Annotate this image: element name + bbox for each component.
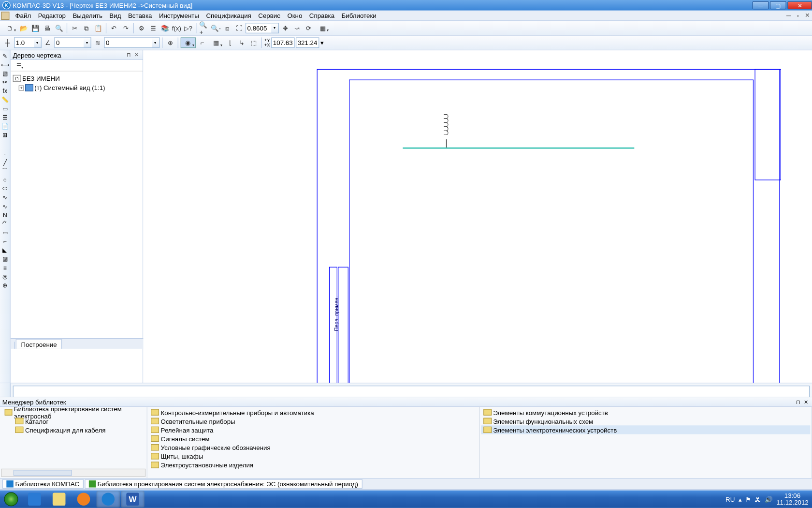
vars-button[interactable]: f(x) xyxy=(171,23,182,33)
menu-insert[interactable]: Вставка xyxy=(125,12,156,19)
polyline-icon[interactable]: ⺈ xyxy=(1,220,9,228)
menu-help[interactable]: Справка xyxy=(306,12,338,19)
style-input[interactable] xyxy=(104,37,152,48)
lib-item[interactable]: Условные графические обозначения xyxy=(148,443,478,452)
tree-button[interactable]: ☰ xyxy=(148,23,159,33)
task-word[interactable]: W xyxy=(121,491,144,508)
lib-item[interactable]: Сигналы систем xyxy=(148,434,478,443)
localcs-button[interactable]: ⊕ xyxy=(165,37,175,48)
fillet-icon[interactable]: ⌐ xyxy=(1,237,9,245)
collect-icon[interactable]: ◎ xyxy=(1,272,9,280)
hatch-icon[interactable]: ▨ xyxy=(1,254,9,263)
zoom-input[interactable] xyxy=(246,23,271,33)
tray-up-icon[interactable]: ▴ xyxy=(739,495,742,503)
line-icon[interactable]: ╱ xyxy=(1,158,9,166)
lib-scrollbar[interactable] xyxy=(1,469,145,477)
cut-button[interactable]: ✂ xyxy=(70,23,80,33)
task-ie[interactable] xyxy=(23,491,46,508)
lib-tab-elec[interactable]: Библиотека проектирования систем электро… xyxy=(85,479,362,489)
lib-item[interactable]: Щиты, шкафы xyxy=(148,452,478,461)
coord-y-input[interactable] xyxy=(296,37,319,48)
zoom-window-button[interactable]: ⧈ xyxy=(222,23,233,33)
mdi-minimize-button[interactable]: ─ xyxy=(784,12,793,20)
undo-button[interactable]: ↶ xyxy=(109,23,119,33)
angle-input[interactable] xyxy=(54,37,83,48)
redo-button[interactable]: ↷ xyxy=(120,23,131,33)
menu-spec[interactable]: Спецификация xyxy=(203,12,255,19)
round-button[interactable]: ⌊ xyxy=(225,37,236,48)
lib-tree-item[interactable]: Спецификация для кабеля xyxy=(1,425,145,434)
render-button[interactable]: ▦ xyxy=(315,23,330,33)
whatsthis-button[interactable]: ▷? xyxy=(183,23,194,33)
bezier-icon[interactable]: ∿ xyxy=(1,202,9,210)
menu-service[interactable]: Сервис xyxy=(255,12,284,19)
csmode-button[interactable]: ↳ xyxy=(237,37,247,48)
geometry-icon[interactable]: ✎ xyxy=(1,51,9,60)
copy-button[interactable]: ⧉ xyxy=(81,23,92,33)
ellipse-icon[interactable]: ⬭ xyxy=(1,184,9,193)
param2-icon[interactable]: fx xyxy=(1,87,9,95)
new-button[interactable]: 🗋 xyxy=(2,23,17,33)
pan-button[interactable]: ✥ xyxy=(280,23,290,33)
mdi-restore-button[interactable]: ▫ xyxy=(793,12,802,20)
redraw-button[interactable]: ⟳ xyxy=(304,23,314,33)
style-combo[interactable]: ▾ xyxy=(104,37,160,48)
zoom-combo[interactable]: ▾ xyxy=(246,23,279,33)
mode-tab[interactable]: Построение xyxy=(16,340,62,349)
expand-icon[interactable]: + xyxy=(19,85,24,90)
spline-icon[interactable]: ∿ xyxy=(1,193,9,201)
lib-item[interactable]: Контрольно-измерительные приборы и автом… xyxy=(148,408,478,417)
snap-button[interactable]: ◉ xyxy=(181,37,196,48)
grid-button[interactable]: ▦ xyxy=(209,37,224,48)
equidist-icon[interactable]: ≡ xyxy=(1,263,9,271)
step-input[interactable] xyxy=(14,37,34,48)
angle-drop-icon[interactable]: ▾ xyxy=(84,37,91,48)
coord-drop-icon[interactable]: ▾ xyxy=(320,39,324,46)
libmgr-pin-button[interactable]: ⊓ xyxy=(795,398,802,405)
assemble-icon[interactable]: ⊕ xyxy=(1,281,9,289)
mdi-close-button[interactable]: ✕ xyxy=(803,12,812,20)
zoom-fit-button[interactable]: ⛶ xyxy=(234,23,245,33)
drawing-canvas[interactable]: Перв. примен. xyxy=(143,50,812,383)
window-close-button[interactable]: ✕ xyxy=(787,1,812,9)
coord-x-input[interactable] xyxy=(271,37,294,48)
window-maximize-button[interactable]: ▢ xyxy=(770,1,786,9)
tree-pin-button[interactable]: ⊓ xyxy=(125,51,132,59)
save-button[interactable]: 💾 xyxy=(30,23,41,33)
menu-select[interactable]: Выделить xyxy=(69,12,106,19)
style-drop-icon[interactable]: ▾ xyxy=(152,37,160,48)
param-button[interactable]: ⬚ xyxy=(248,37,259,48)
window-minimize-button[interactable]: ─ xyxy=(753,1,769,9)
task-explorer[interactable] xyxy=(47,491,71,508)
tray-vol-icon[interactable]: 🔊 xyxy=(765,495,773,503)
report-icon[interactable]: 📄 xyxy=(1,122,9,130)
menu-file[interactable]: Файл xyxy=(12,12,34,19)
lib-list-1[interactable]: Контрольно-измерительные приборы и автом… xyxy=(147,407,480,478)
system-tray[interactable]: RU ▴ ⚑ 🖧 🔊 13:06 11.12.2012 xyxy=(722,493,812,506)
tray-net-icon[interactable]: 🖧 xyxy=(754,495,761,503)
tray-flag-icon[interactable]: ⚑ xyxy=(745,495,751,503)
next-view-button[interactable]: ⤻ xyxy=(292,23,303,33)
menu-tools[interactable]: Инструменты xyxy=(156,12,203,19)
dim-icon[interactable]: ⟷ xyxy=(1,60,9,69)
lib-item[interactable]: Элементы функциональных схем xyxy=(481,417,811,425)
tree-child[interactable]: (т) Системный вид (1:1) xyxy=(34,84,105,91)
step-drop-icon[interactable]: ▾ xyxy=(34,37,42,48)
menu-editor[interactable]: Редактор xyxy=(34,12,69,19)
menu-libraries[interactable]: Библиотеки xyxy=(338,12,380,19)
lib-item[interactable]: Осветительные приборы xyxy=(148,417,478,425)
arc-icon[interactable]: ⌒ xyxy=(1,167,9,175)
doc-icon[interactable] xyxy=(1,12,9,20)
lib-tree[interactable]: Библиотека проектирования систем электро… xyxy=(0,407,147,478)
nurbs-icon[interactable]: N xyxy=(1,210,9,219)
circle-icon[interactable]: ○ xyxy=(1,176,9,184)
open-button[interactable]: 📂 xyxy=(19,23,29,33)
symbol-icon[interactable]: ▧ xyxy=(1,69,9,77)
lib-tab-kompas[interactable]: Библиотеки КОМПАС xyxy=(2,479,84,489)
spec-icon[interactable]: ☰ xyxy=(1,113,9,121)
zoom-dropdown-icon[interactable]: ▾ xyxy=(271,23,279,33)
lib-list-2[interactable]: Элементы коммутационных устройствЭлемент… xyxy=(479,407,812,478)
step-combo[interactable]: ▾ xyxy=(14,37,42,48)
tree-mode-button[interactable]: ☰ xyxy=(13,60,25,70)
libmgr-button[interactable]: 📚 xyxy=(160,23,170,33)
